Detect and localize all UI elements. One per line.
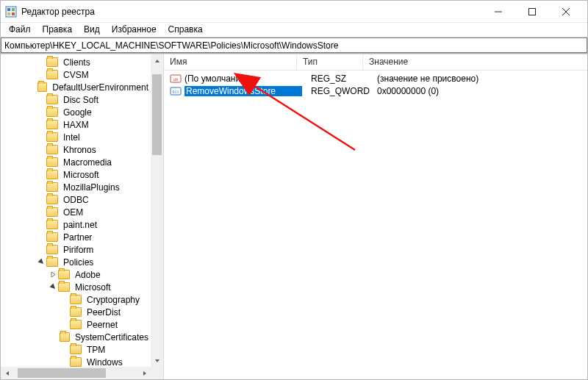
folder-icon: [46, 207, 58, 217]
tree-item-label[interactable]: Partner: [61, 232, 94, 243]
folder-icon: [46, 132, 58, 142]
list-header: Имя Тип Значение: [164, 54, 587, 71]
tree-item-label[interactable]: SystemCertificates: [73, 332, 151, 343]
tree-item[interactable]: Microsoft: [1, 281, 151, 293]
tree-item[interactable]: Disc Soft: [1, 93, 151, 106]
chevron-right-icon[interactable]: [48, 270, 58, 280]
tree-item-label[interactable]: Intel: [61, 132, 82, 143]
menu-help[interactable]: Справка: [163, 24, 208, 35]
tree-item-label[interactable]: Windows: [85, 357, 125, 368]
folder-icon: [46, 182, 58, 192]
scroll-left-button[interactable]: [1, 367, 13, 379]
tree-item[interactable]: Peernet: [1, 318, 151, 331]
tree-item[interactable]: ODBC: [1, 193, 151, 206]
scroll-up-button[interactable]: [151, 54, 163, 67]
tree-item-label[interactable]: CVSM: [61, 70, 91, 80]
tree-item-label[interactable]: Microsoft: [73, 282, 113, 293]
tree-item[interactable]: Google: [1, 106, 151, 118]
window-title: Редактор реестра: [21, 7, 95, 17]
tree-item-label[interactable]: Clients: [61, 57, 93, 68]
string-value-icon: ab: [170, 73, 182, 85]
tree-item-label[interactable]: Disc Soft: [61, 95, 101, 105]
tree-item-label[interactable]: paint.net: [61, 220, 99, 230]
tree-item-label[interactable]: TPM: [85, 345, 107, 355]
tree-item[interactable]: Intel: [1, 131, 151, 143]
value-name[interactable]: RemoveWindowsStore: [184, 86, 302, 96]
value-name[interactable]: (По умолчанию): [184, 74, 302, 84]
column-header-data[interactable]: Значение: [362, 54, 587, 70]
tree-item[interactable]: Cryptography: [1, 293, 151, 306]
tree-item-label[interactable]: PeerDist: [85, 307, 123, 318]
scroll-right-button[interactable]: [138, 367, 151, 379]
tree-scroll[interactable]: ClientsCVSMDefaultUserEnvironmentDisc So…: [1, 54, 163, 379]
scroll-thumb-h[interactable]: [18, 368, 106, 378]
window-minimize-button[interactable]: [481, 1, 515, 23]
tree-item[interactable]: CVSM: [1, 68, 151, 81]
registry-tree[interactable]: ClientsCVSMDefaultUserEnvironmentDisc So…: [1, 56, 151, 379]
folder-icon: [70, 307, 82, 317]
menu-view[interactable]: Вид: [79, 24, 105, 35]
tree-item-label[interactable]: HAXM: [61, 120, 91, 130]
chevron-down-icon[interactable]: [36, 257, 46, 268]
tree-item[interactable]: Clients: [1, 56, 151, 68]
value-row[interactable]: ab(По умолчанию)REG_SZ(значение не присв…: [164, 72, 587, 85]
tree-item[interactable]: Khronos: [1, 143, 151, 156]
tree-item[interactable]: DefaultUserEnvironment: [1, 81, 151, 93]
tree-item[interactable]: SystemCertificates: [1, 331, 151, 343]
tree-item[interactable]: HAXM: [1, 118, 151, 131]
folder-icon: [37, 82, 47, 92]
tree-item[interactable]: Piriform: [1, 243, 151, 256]
address-input[interactable]: [1, 37, 587, 53]
tree-item[interactable]: TPM: [1, 343, 151, 356]
tree-scrollbar-vertical[interactable]: [151, 54, 163, 367]
svg-rect-1: [7, 8, 10, 11]
tree-item-label[interactable]: Adobe: [73, 270, 103, 280]
tree-item[interactable]: OEM: [1, 206, 151, 218]
tree-item-label[interactable]: Cryptography: [85, 295, 142, 305]
tree-item-label[interactable]: Microsoft: [61, 170, 101, 180]
menu-favorites[interactable]: Избранное: [107, 24, 162, 35]
tree-item-label[interactable]: Khronos: [61, 145, 98, 155]
tree-item[interactable]: PeerDist: [1, 306, 151, 318]
svg-rect-2: [12, 8, 15, 11]
scroll-down-button[interactable]: [151, 354, 163, 367]
tree-item[interactable]: Microsoft: [1, 168, 151, 181]
regedit-icon: [5, 6, 17, 18]
menu-edit[interactable]: Правка: [37, 24, 78, 35]
folder-icon: [70, 295, 82, 304]
values-list[interactable]: ab(По умолчанию)REG_SZ(значение не присв…: [164, 71, 587, 379]
tree-item[interactable]: Adobe: [1, 268, 151, 281]
column-header-name[interactable]: Имя: [164, 54, 296, 70]
tree-item-label[interactable]: Peernet: [85, 320, 120, 330]
title-bar[interactable]: Редактор реестра: [1, 1, 587, 23]
folder-icon: [70, 320, 82, 329]
scroll-track-v[interactable]: [151, 67, 163, 354]
tree-item[interactable]: MozillaPlugins: [1, 181, 151, 193]
tree-item-label[interactable]: DefaultUserEnvironment: [50, 82, 151, 93]
window-close-button[interactable]: [549, 1, 583, 23]
scroll-track-h[interactable]: [13, 367, 138, 379]
tree-item[interactable]: Policies: [1, 256, 151, 268]
tree-item[interactable]: paint.net: [1, 218, 151, 231]
svg-rect-3: [7, 12, 10, 15]
tree-item-label[interactable]: Policies: [61, 257, 96, 268]
tree-item[interactable]: Macromedia: [1, 156, 151, 168]
window-maximize-button[interactable]: [515, 1, 549, 23]
svg-rect-4: [12, 12, 15, 15]
tree-item-label[interactable]: Macromedia: [61, 157, 114, 168]
tree-item-label[interactable]: ODBC: [61, 195, 91, 205]
window-frame: Редактор реестра Файл Правка Вид Избранн…: [0, 0, 588, 380]
column-header-type[interactable]: Тип: [296, 54, 362, 70]
chevron-down-icon[interactable]: [48, 282, 58, 293]
tree-item-label[interactable]: Google: [61, 107, 94, 118]
tree-item[interactable]: Partner: [1, 231, 151, 243]
tree-item-label[interactable]: Piriform: [61, 245, 96, 255]
menu-file[interactable]: Файл: [4, 24, 36, 35]
tree-item-label[interactable]: OEM: [61, 207, 85, 218]
folder-icon: [46, 170, 58, 179]
tree-scrollbar-horizontal[interactable]: [1, 367, 151, 379]
value-data: 0x00000000 (0): [377, 86, 587, 96]
tree-item-label[interactable]: MozillaPlugins: [61, 182, 122, 193]
value-row[interactable]: 011RemoveWindowsStoreREG_QWORD0x00000000…: [164, 85, 587, 97]
scroll-thumb-v[interactable]: [152, 74, 162, 155]
